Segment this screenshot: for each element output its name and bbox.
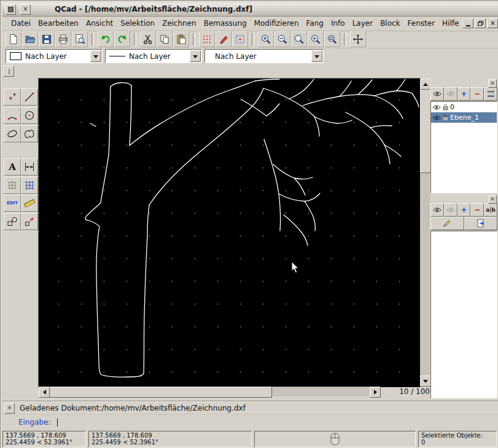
zoom-auto-button[interactable] bbox=[291, 31, 307, 47]
vertical-scroll-thumb[interactable] bbox=[420, 79, 431, 173]
status-bar: 137.5669 , 178.609 225.4459 < 52.3961° 1… bbox=[2, 430, 497, 447]
new-file-button[interactable] bbox=[6, 31, 21, 47]
cut-button[interactable] bbox=[140, 31, 156, 47]
edit-layer-button[interactable] bbox=[484, 87, 497, 101]
zoom-out-button[interactable] bbox=[274, 31, 290, 47]
scroll-down-button[interactable] bbox=[420, 376, 431, 387]
layer-panel-close-button[interactable]: × bbox=[488, 79, 497, 88]
mdi-close-button[interactable]: × bbox=[487, 18, 498, 28]
eye-open-icon[interactable] bbox=[432, 115, 441, 121]
pan-button[interactable] bbox=[350, 31, 366, 47]
hide-all-blocks-button[interactable] bbox=[444, 203, 457, 217]
menu-layer[interactable]: Layer bbox=[349, 17, 376, 29]
scroll-up-button[interactable] bbox=[420, 79, 431, 90]
document-arrow-icon bbox=[476, 218, 486, 228]
lock-icon[interactable] bbox=[443, 115, 448, 121]
mdi-minimize-button[interactable] bbox=[462, 18, 473, 28]
measure-tool-button[interactable] bbox=[21, 195, 38, 212]
scroll-left-button[interactable] bbox=[39, 387, 50, 398]
close-icon: × bbox=[23, 6, 28, 12]
dimension-tool-button[interactable] bbox=[21, 158, 38, 176]
layer-row-ebene-1[interactable]: Ebene_1 bbox=[431, 112, 497, 123]
add-layer-button[interactable]: + bbox=[457, 87, 471, 101]
snap-grid-button[interactable] bbox=[199, 31, 215, 47]
canvas-horizontal-scrollbar[interactable] bbox=[39, 387, 381, 396]
rename-block-button[interactable]: a|b bbox=[484, 203, 497, 217]
scroll-right-button[interactable] bbox=[370, 387, 381, 398]
circle-tool-button[interactable] bbox=[21, 107, 38, 124]
arc-tool-button[interactable] bbox=[4, 107, 21, 124]
menu-ansicht[interactable]: Ansicht bbox=[82, 17, 117, 29]
remove-layer-button[interactable]: − bbox=[470, 87, 484, 101]
combo-dropdown-button[interactable] bbox=[311, 50, 322, 62]
save-file-button[interactable] bbox=[39, 31, 55, 47]
print-preview-button[interactable] bbox=[72, 31, 88, 47]
redo-button[interactable] bbox=[114, 31, 130, 47]
add-block-button[interactable]: + bbox=[457, 203, 471, 217]
image-tool-button[interactable] bbox=[21, 177, 38, 194]
toolbar-handle[interactable] bbox=[3, 66, 14, 77]
linetype-combobox[interactable]: Nach Layer bbox=[105, 49, 202, 63]
menu-bemassung[interactable]: Bemassung bbox=[200, 17, 251, 29]
zoom-previous-button[interactable] bbox=[308, 31, 324, 47]
undo-button[interactable] bbox=[98, 31, 114, 47]
text-tool-button[interactable]: A bbox=[4, 158, 21, 176]
snap-restriction-button[interactable] bbox=[232, 31, 248, 47]
hide-all-layers-button[interactable] bbox=[444, 87, 457, 101]
window-menu-button[interactable] bbox=[6, 4, 16, 15]
eye-open-icon[interactable] bbox=[432, 104, 441, 110]
create-block-button[interactable] bbox=[464, 217, 498, 230]
color-combo-value: Nach Layer bbox=[25, 52, 67, 61]
print-button[interactable] bbox=[55, 31, 71, 47]
menu-block[interactable]: Block bbox=[376, 17, 403, 29]
points-tool-button[interactable] bbox=[4, 88, 21, 106]
draw-mode-button[interactable] bbox=[216, 31, 231, 47]
linewidth-combobox[interactable]: Nach Layer bbox=[204, 49, 324, 63]
menu-fang[interactable]: Fang bbox=[303, 17, 327, 29]
spline-tool-button[interactable] bbox=[21, 125, 38, 142]
block-panel-close-button[interactable]: × bbox=[488, 195, 497, 204]
mdi-restore-button[interactable] bbox=[475, 18, 486, 28]
menu-datei[interactable]: Datei bbox=[7, 17, 34, 29]
window-close-button[interactable]: × bbox=[20, 4, 31, 15]
color-combobox[interactable]: Nach Layer bbox=[6, 49, 103, 63]
cad-palette-group-2: A bbox=[4, 158, 37, 194]
horizontal-scroll-thumb[interactable] bbox=[39, 387, 272, 398]
explode-tool-button[interactable] bbox=[21, 213, 38, 230]
copy-button[interactable] bbox=[157, 31, 173, 47]
menu-hilfe[interactable]: Hilfe bbox=[438, 17, 462, 29]
show-all-blocks-button[interactable] bbox=[430, 203, 444, 217]
line-tool-button[interactable] bbox=[21, 88, 38, 106]
zoom-in-button[interactable] bbox=[258, 31, 274, 47]
copy-icon bbox=[159, 34, 170, 45]
titlebar[interactable]: × QCad - [/home/mv/Arbeitsfläche/Zeichnu… bbox=[2, 2, 498, 17]
hatch-tool-button[interactable] bbox=[4, 177, 21, 194]
open-folder-icon bbox=[25, 34, 36, 45]
menu-fenster[interactable]: Fenster bbox=[404, 17, 439, 29]
menu-zeichnen[interactable]: Zeichnen bbox=[158, 17, 200, 29]
paste-button[interactable] bbox=[173, 31, 189, 47]
layer-row-0[interactable]: 0 bbox=[431, 102, 497, 112]
drawing-canvas[interactable] bbox=[39, 79, 421, 387]
block-tool-button[interactable] bbox=[4, 213, 21, 230]
command-input[interactable] bbox=[51, 417, 498, 428]
remove-block-button[interactable]: − bbox=[470, 203, 484, 217]
ellipse-tool-button[interactable] bbox=[4, 125, 21, 142]
menu-info[interactable]: Info bbox=[327, 17, 349, 29]
menu-selektion[interactable]: Selektion bbox=[117, 17, 158, 29]
zoom-auto-icon bbox=[294, 34, 305, 45]
log-close-button[interactable]: × bbox=[4, 403, 15, 414]
lock-icon[interactable] bbox=[443, 104, 448, 110]
zoom-window-button[interactable] bbox=[324, 31, 340, 47]
menu-modifizieren[interactable]: Modifizieren bbox=[251, 17, 303, 29]
edit-block-button[interactable] bbox=[430, 217, 464, 230]
edit-tool-button[interactable]: EDIT bbox=[4, 195, 21, 212]
combo-dropdown-button[interactable] bbox=[190, 50, 201, 62]
attributes-toolbar: Nach Layer Nach Layer Nach Layer bbox=[2, 48, 498, 64]
menu-bearbeiten[interactable]: Bearbeiten bbox=[34, 17, 82, 29]
combo-dropdown-button[interactable] bbox=[90, 50, 101, 62]
block-list bbox=[430, 231, 497, 398]
show-all-layers-button[interactable] bbox=[430, 87, 444, 101]
open-file-button[interactable] bbox=[22, 31, 38, 47]
canvas-vertical-scrollbar[interactable] bbox=[420, 79, 430, 387]
